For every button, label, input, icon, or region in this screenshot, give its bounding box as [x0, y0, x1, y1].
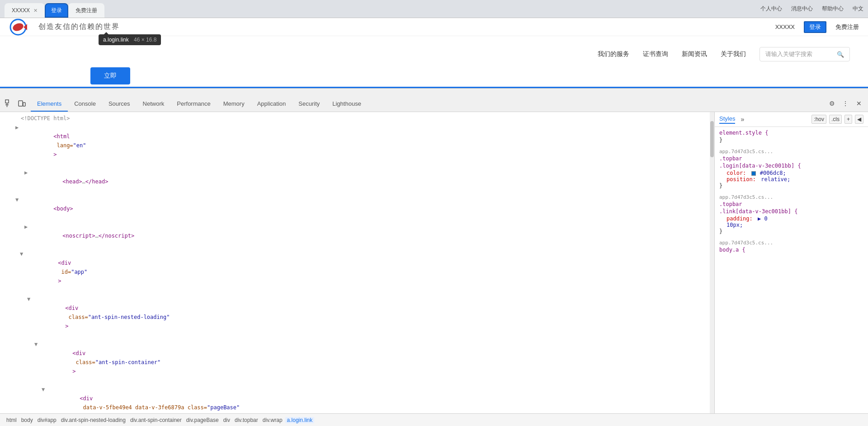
nav-services[interactable]: 我们的服务 [598, 50, 629, 58]
tooltip-selector: a.login.link [103, 37, 129, 43]
add-style-button[interactable]: + [844, 115, 852, 124]
code-line-body: ▼ <body> [0, 195, 710, 222]
devtools-tab-bar: Elements Console Sources Network Perform… [0, 89, 868, 112]
style-subselector2: .link[data-v-3ec001bb] { [719, 208, 863, 215]
style-source: app.7d47d3c5.cs... [719, 149, 863, 154]
tab-memory[interactable]: Memory [217, 97, 251, 112]
style-close2: } [719, 183, 863, 189]
breadcrumb-body[interactable]: body [19, 417, 35, 423]
tab-security[interactable]: Security [292, 97, 326, 112]
devtools-left-icons [5, 99, 26, 112]
breadcrumb-spin-nested[interactable]: div.ant-spin-nested-loading [59, 417, 127, 423]
code-line-html: ▶ <html lang="en" > [0, 123, 710, 168]
color-swatch [751, 171, 756, 176]
breadcrumb-spin-container[interactable]: div.ant-spin-container [128, 417, 184, 423]
toggle-sidebar-icon[interactable]: ◀ [855, 115, 863, 124]
welcome-text: XXXXX [775, 23, 795, 30]
tab-performance[interactable]: Performance [170, 97, 217, 112]
styles-panel: Styles » :hov .cls + ◀ element.style { }… [714, 112, 868, 413]
site-topbar-left: 创造友信的信赖的世界 [9, 18, 120, 36]
breadcrumb-topbar[interactable]: div.topbar [233, 417, 260, 423]
style-prop-position: position: relative; [719, 176, 863, 183]
close-devtools-icon[interactable]: ✕ [854, 99, 863, 108]
tab-bar: XXXXX ✕ 登录 免费注册 [5, 0, 104, 18]
nav-cert[interactable]: 证书查询 [643, 50, 668, 58]
search-placeholder: 请输入关键字搜索 [765, 50, 812, 58]
inspect-icon[interactable] [5, 99, 14, 108]
code-line-noscript: ▶ <noscript>…</noscript> [0, 222, 710, 249]
tab-application[interactable]: Application [251, 97, 292, 112]
personal-center-link[interactable]: 个人中心 [760, 5, 782, 13]
hov-button[interactable]: :hov [811, 115, 826, 124]
breadcrumb-wrap[interactable]: div.wrap [261, 417, 284, 423]
tab-login[interactable]: 登录 [45, 3, 68, 18]
expand-panels-icon[interactable]: » [741, 116, 744, 123]
style-close: } [719, 137, 863, 143]
cls-button[interactable]: .cls [829, 115, 842, 124]
style-subselector: .login[data-v-3ec001bb] { [719, 163, 863, 169]
cta-label[interactable]: 立即 [90, 67, 130, 84]
code-line-spin2: ▼ <div class="ant-spin-container" > [0, 340, 710, 385]
styles-header: Styles » :hov .cls + ◀ [715, 112, 868, 127]
tab-sources[interactable]: Sources [102, 97, 137, 112]
login-button[interactable]: 登录 [804, 21, 826, 33]
breadcrumb-login-link[interactable]: a.login.link [285, 417, 315, 423]
tab-label: XXXXX [12, 7, 30, 14]
nav-about[interactable]: 关于我们 [721, 50, 746, 58]
site-search-box[interactable]: 请输入关键字搜索 🔍 [760, 47, 850, 61]
style-selector3: .topbar [719, 201, 863, 207]
styles-tab[interactable]: Styles [719, 115, 735, 124]
nav-news[interactable]: 新闻资讯 [682, 50, 707, 58]
message-center-link[interactable]: 消息中心 [791, 5, 813, 13]
more-options-icon[interactable]: ⋮ [841, 99, 850, 108]
svg-rect-7 [23, 103, 25, 106]
site-logo-small [9, 18, 34, 36]
breadcrumb-pagebase[interactable]: div.pageBase [184, 417, 221, 423]
code-line-spin1: ▼ <div class="ant-spin-nested-loading" > [0, 295, 710, 340]
tab-xxxxx[interactable]: XXXXX ✕ [5, 3, 45, 18]
register-link[interactable]: 免费注册 [835, 23, 859, 31]
settings-icon[interactable]: ⚙ [827, 99, 836, 108]
style-selector4: body.a { [719, 247, 863, 253]
tab-elements[interactable]: Elements [31, 97, 68, 112]
style-prop-padding: padding: ▶ 0 [719, 215, 863, 222]
language-link[interactable]: 中文 [853, 5, 863, 13]
devtools-main: <!DOCTYPE html> ▶ <html lang="en" > ▶ <h… [0, 112, 868, 413]
breadcrumb-bar: html body div#app div.ant-spin-nested-lo… [0, 413, 868, 426]
tab-register[interactable]: 免费注册 [68, 3, 104, 18]
site-topbar-right: XXXXX 登录 免费注册 [775, 21, 859, 33]
breadcrumb-app[interactable]: div#app [36, 417, 58, 423]
code-panel[interactable]: <!DOCTYPE html> ▶ <html lang="en" > ▶ <h… [0, 112, 710, 413]
scrollbar-thumb[interactable] [710, 121, 714, 157]
breadcrumb-div[interactable]: div [222, 417, 232, 423]
tab-network[interactable]: Network [137, 97, 171, 112]
code-scrollbar[interactable] [710, 112, 714, 413]
element-tooltip: a.login.link 46 × 16.8 [99, 34, 161, 45]
styles-content: element.style { } app.7d47d3c5.cs... .to… [715, 127, 868, 413]
styles-actions: :hov .cls + ◀ [811, 115, 863, 124]
help-center-link[interactable]: 帮助中心 [822, 5, 844, 13]
breadcrumb-html[interactable]: html [5, 417, 19, 423]
code-line-doctype: <!DOCTYPE html> [0, 114, 710, 123]
device-toggle-icon[interactable] [17, 99, 26, 108]
tab-lighthouse[interactable]: Lighthouse [326, 97, 368, 112]
browser-top-right: 个人中心 消息中心 帮助中心 中文 [760, 5, 863, 13]
code-line-head: ▶ <head>…</head> [0, 168, 710, 195]
svg-point-1 [12, 22, 24, 32]
code-line-app: ▼ <div id="app" > [0, 249, 710, 295]
style-prop-padding2: 10px; [719, 222, 863, 228]
site-nav-links: 我们的服务 证书查询 新闻资讯 关于我们 请输入关键字搜索 🔍 [598, 47, 850, 61]
site-slogan: 创造友信的信赖的世界 [38, 22, 120, 32]
code-line-pagebase: ▼ <div data-v-5fbe49e4 data-v-3fe6879a c… [0, 385, 710, 413]
site-topbar: 创造友信的信赖的世界 XXXXX 登录 免费注册 [0, 18, 868, 36]
style-selector2: .topbar [719, 155, 863, 162]
devtools-right-icons: ⚙ ⋮ ✕ [827, 99, 863, 112]
search-icon: 🔍 [837, 51, 844, 58]
style-selector: element.style { [719, 130, 863, 136]
close-icon[interactable]: ✕ [33, 8, 38, 14]
style-source3: app.7d47d3c5.cs... [719, 240, 863, 246]
devtools-panel: Elements Console Sources Network Perform… [0, 88, 868, 426]
tab-console[interactable]: Console [68, 97, 102, 112]
style-prop-color: color: #006dc8; [719, 170, 863, 176]
svg-rect-3 [5, 100, 9, 103]
